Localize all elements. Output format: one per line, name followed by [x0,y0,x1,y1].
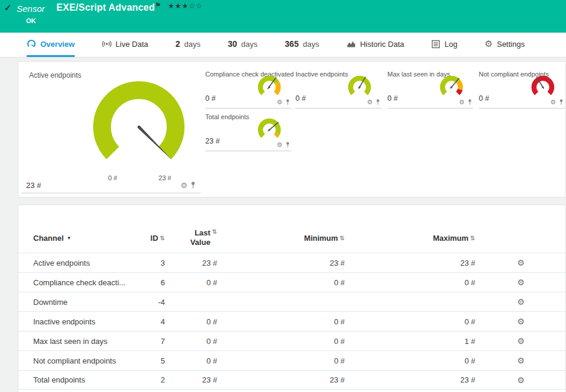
channel-row: Inactive endpoints 4 0 # 0 # 0 # ⚙ [18,311,566,331]
channel-id: 6 [141,278,165,287]
status-check-icon: ✓ [4,2,12,13]
tab-overview[interactable]: Overview [27,33,75,57]
channel-row: Active endpoints 3 23 # 23 # 23 # ⚙ [18,253,566,272]
settings-gear-icon: ⚙ [485,39,492,49]
gauge-pin-icon[interactable] [285,99,290,106]
channel-row: Downtime -4 ⚙ [18,292,566,311]
live-data-broadcast-icon [102,39,112,49]
channel-row: Max last seen in days 7 0 # 0 # 1 # ⚙ [18,331,566,350]
priority-flag-icon[interactable]: ⚑ [155,1,161,9]
gauge-pin-icon[interactable] [376,99,380,106]
gauge-compliance-check-deactivated: Compliance check deactivated 0 # ⚙ [205,71,291,109]
gauge-dial[interactable] [436,74,467,101]
gauge-not-compliant-endpoints: Not compliant endpoints 0 # ⚙ [479,71,565,109]
channel-row: Total endpoints 2 23 # 23 # 23 # ⚙ [18,370,566,390]
sensor-header: ✓ Sensor EXE/Script Advanced ⚑ ★★★☆☆ OK [0,0,566,33]
gauge-total-endpoints: Total endpoints 23 # ⚙ [205,113,291,151]
tab-log[interactable]: Log [431,33,457,57]
channel-name[interactable]: Not compliant endpoints [33,356,141,365]
gauge-settings-gear-icon[interactable]: ⚙ [367,98,373,106]
gauge-settings-gear-icon[interactable]: ⚙ [550,98,556,106]
channel-last-value: 0 # [165,278,217,287]
tab-historic-data[interactable]: Historic Data [346,33,404,57]
gauge-settings-gear-icon[interactable]: ⚙ [276,141,282,149]
tab-label: Historic Data [360,40,404,49]
channel-settings-gear-icon[interactable]: ⚙ [517,336,525,346]
channel-minimum: 23 # [217,259,345,267]
channel-name[interactable]: Compliance check deacti... [33,278,141,287]
gauge-pin-icon[interactable] [559,99,564,106]
channel-minimum: 23 # [217,375,345,384]
gauge-scale-min: 0 # [102,174,123,181]
channel-minimum: 0 # [217,317,345,326]
channel-name[interactable]: Inactive endpoints [33,317,141,326]
gauge-settings-gear-icon[interactable]: ⚙ [276,98,282,106]
gauge-dial[interactable] [254,74,285,101]
tab-2-days[interactable]: 2 days [176,33,201,57]
channel-name[interactable]: Total endpoints [33,375,141,384]
gauge-title: Total endpoints [205,113,249,120]
priority-stars[interactable]: ★★★☆☆ [168,2,203,10]
channel-minimum: 0 # [217,278,345,287]
tab-days-unit: days [185,40,201,49]
gauge-dial[interactable] [254,117,285,144]
channel-settings-gear-icon[interactable]: ⚙ [517,297,525,307]
column-header-channel[interactable]: Channel ▼ [33,234,141,243]
channel-maximum: 0 # [345,356,475,365]
gauges-panel: Active endpoints 0 # 23 # 23 # ⚙ Complia… [18,61,566,197]
table-header-row: Channel ▼ ID ⇅ Last Value ⇅ Minimum ⇅ Ma… [18,223,566,253]
tab-bar: Overview Live Data 2 days 30 days 365 da… [0,33,566,58]
gauge-settings-gear-icon[interactable]: ⚙ [459,98,465,106]
column-header-id[interactable]: ID ⇅ [141,234,165,243]
channel-settings-gear-icon[interactable]: ⚙ [517,356,525,365]
gauge-settings-gear-icon[interactable]: ⚙ [180,181,187,190]
gauge-title: Inactive endpoints [295,71,348,78]
gauge-dial[interactable] [344,74,375,101]
channel-settings-gear-icon[interactable]: ⚙ [517,317,525,326]
gauge-pin-icon[interactable] [285,142,290,148]
sensor-kind-label: Sensor [17,4,45,14]
sort-icon: ⇅ [470,235,475,241]
channel-id: -4 [141,298,165,307]
channel-settings-gear-icon[interactable]: ⚙ [517,278,525,287]
channel-row: Not compliant endpoints 5 0 # 0 # 0 # ⚙ [18,350,566,370]
tab-days-count: 365 [285,39,298,49]
column-header-last-value[interactable]: Last Value ⇅ [165,228,217,247]
overview-gauge-icon [27,39,36,49]
gauge-pin-icon[interactable] [190,181,196,189]
channel-id: 4 [141,317,165,326]
gauge-value: 23 # [26,181,41,190]
channel-settings-gear-icon[interactable]: ⚙ [517,258,525,267]
tab-label: Overview [40,40,75,49]
column-header-maximum[interactable]: Maximum ⇅ [345,234,475,243]
channel-settings-gear-icon[interactable]: ⚙ [517,375,525,385]
channel-name[interactable]: Max last seen in days [33,337,141,346]
channel-last-value: 0 # [165,356,217,365]
tab-365-days[interactable]: 365 days [285,33,319,57]
channel-maximum: 1 # [345,337,475,346]
channel-last-value: 23 # [165,375,217,384]
channel-maximum: 23 # [345,259,475,267]
gauge-pin-icon[interactable] [468,99,472,106]
channel-id: 3 [141,259,165,267]
tab-settings[interactable]: ⚙ Settings [485,33,524,57]
tab-live-data[interactable]: Live Data [102,33,148,57]
column-header-minimum[interactable]: Minimum ⇅ [217,234,345,243]
channel-last-value: 0 # [165,337,217,346]
gauge-dial[interactable] [80,74,198,177]
tab-label: Settings [497,40,524,49]
gauge-value: 23 # [205,137,220,145]
sensor-page: ✓ Sensor EXE/Script Advanced ⚑ ★★★☆☆ OK … [0,0,566,392]
channel-last-value: 0 # [165,317,217,326]
gauge-value: 0 # [479,94,489,103]
gauge-active-endpoints: Active endpoints 0 # 23 # 23 # ⚙ [21,66,201,193]
tab-label: Log [444,40,457,49]
channel-name[interactable]: Downtime [33,298,141,307]
channel-last-value: 23 # [165,259,217,267]
sensor-status: OK [26,17,36,24]
gauge-scale-max: 23 # [154,174,176,181]
channel-name[interactable]: Active endpoints [33,259,141,267]
gauge-dial[interactable] [527,74,558,101]
tab-30-days[interactable]: 30 days [228,33,257,57]
channels-table-panel: Channel ▼ ID ⇅ Last Value ⇅ Minimum ⇅ Ma… [18,205,566,392]
